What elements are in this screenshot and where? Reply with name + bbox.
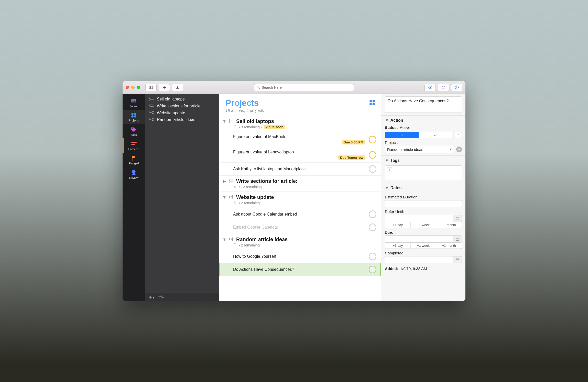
inbox-download-icon <box>175 85 180 90</box>
project-select[interactable]: Random article ideas ▾ <box>385 146 454 153</box>
task-row[interactable]: Do Actions Have Consequences? <box>219 263 381 276</box>
status-active-button[interactable] <box>385 132 419 138</box>
perspective-forecast[interactable]: Forecast <box>123 138 145 153</box>
group-title[interactable]: Write sections for article: <box>236 178 298 184</box>
new-action-button[interactable] <box>159 84 170 91</box>
status-segment[interactable] <box>385 132 452 138</box>
inspector-section-action[interactable]: ▼ Action <box>381 115 465 124</box>
search-input[interactable] <box>262 85 352 89</box>
close-window-button[interactable] <box>126 86 129 89</box>
perspective-rail: Inbox Projects Tags Forecast Flagged Rev… <box>123 94 145 301</box>
disclosure-triangle[interactable]: ▼ <box>222 119 226 124</box>
note-icon <box>233 243 237 247</box>
task-row[interactable]: Ask Kathy to list laptops on Marketplace <box>219 162 381 175</box>
defer-plus-week[interactable]: +1 week <box>411 222 436 228</box>
group-title[interactable]: Website update <box>236 194 274 200</box>
complete-checkbox[interactable] <box>369 165 376 173</box>
search-field[interactable] <box>254 84 354 91</box>
minimize-window-button[interactable] <box>131 86 135 89</box>
completed-field[interactable] <box>385 256 453 263</box>
complete-checkbox[interactable] <box>369 151 376 159</box>
disclosure-triangle[interactable]: ▼ <box>222 195 226 200</box>
svg-point-34 <box>369 103 372 106</box>
perspective-inbox[interactable]: Inbox <box>123 95 145 110</box>
due-plus-day[interactable]: +1 day <box>385 243 411 249</box>
sidebar-project-name: Write sections for article: <box>157 104 202 108</box>
project-label: Project: <box>385 140 462 145</box>
gear-button[interactable]: ▾ <box>158 295 164 300</box>
complete-checkbox[interactable] <box>369 210 376 218</box>
svg-rect-5 <box>444 86 445 87</box>
task-row[interactable]: Ask about Google Calendar embed <box>219 208 381 221</box>
sequential-icon <box>228 179 234 184</box>
sidebar-project[interactable]: Random article ideas <box>147 116 216 123</box>
main-header: Projects 19 actions, 4 projects <box>219 94 381 116</box>
svg-rect-49 <box>234 243 236 246</box>
inspector-section-dates[interactable]: ▼ Dates <box>381 183 465 192</box>
sidebar-project[interactable]: Sell old laptops <box>147 96 216 103</box>
complete-checkbox[interactable] <box>369 136 376 143</box>
sequential-icon <box>149 104 154 108</box>
calendar-icon <box>456 237 459 241</box>
group-title[interactable]: Sell old laptops <box>236 118 274 124</box>
perspective-projects[interactable]: Projects <box>123 110 145 124</box>
estimated-duration-field[interactable] <box>385 200 462 207</box>
zoom-window-button[interactable] <box>137 86 140 89</box>
perspective-flagged[interactable]: Flagged <box>123 153 145 167</box>
defer-calendar-button[interactable] <box>453 215 462 222</box>
task-row[interactable]: How to Google Yourself <box>219 250 381 263</box>
status-completed-button[interactable] <box>419 132 452 138</box>
due-plus-week[interactable]: +1 week <box>411 243 436 249</box>
goto-project-button[interactable] <box>456 147 462 152</box>
perspective-review[interactable]: Review <box>123 167 145 181</box>
sidebar-project[interactable]: Website update <box>147 109 216 116</box>
group-meta: • 12 remaining <box>219 185 381 192</box>
inspector-section-tags[interactable]: ▼ Tags <box>381 155 465 164</box>
disclosure-triangle[interactable]: ▶ <box>222 179 226 184</box>
complete-checkbox[interactable] <box>369 223 376 231</box>
info-icon <box>454 85 459 90</box>
sidebar-project[interactable]: Write sections for article: <box>147 103 216 110</box>
due-calendar-button[interactable] <box>453 235 462 243</box>
inspector-title-field[interactable]: Do Actions Have Consequences? <box>385 96 462 113</box>
project-group: ▶Write sections for article:• 12 remaini… <box>219 176 381 192</box>
task-row[interactable]: Embed Google Calendar <box>219 221 381 234</box>
inspector-info-button[interactable] <box>451 84 462 91</box>
complete-checkbox[interactable] <box>369 266 376 273</box>
complete-checkbox[interactable] <box>369 253 376 260</box>
defer-plus-month[interactable]: +1 month <box>436 222 462 228</box>
svg-point-2 <box>257 86 259 88</box>
svg-rect-0 <box>149 86 153 89</box>
perspective-tags[interactable]: Tags <box>123 124 145 138</box>
due-label: Due: <box>385 230 462 234</box>
due-plus-month[interactable]: +1 month <box>436 243 462 249</box>
svg-point-35 <box>373 103 375 106</box>
completed-calendar-button[interactable] <box>453 256 462 263</box>
view-options-button[interactable] <box>424 84 436 91</box>
tags-field[interactable]: + <box>385 165 462 180</box>
disclosure-triangle[interactable]: ▼ <box>222 237 226 242</box>
due-field[interactable] <box>385 235 453 243</box>
svg-point-27 <box>152 113 153 114</box>
arrow-right-icon <box>458 148 461 151</box>
toggle-sidebar-button[interactable] <box>145 84 157 91</box>
status-label: Status: <box>385 125 398 130</box>
sidebar-project-name: Sell old laptops <box>157 97 185 102</box>
group-title[interactable]: Random article ideas <box>236 237 288 242</box>
task-title: Figure out value of Lenovo laptop <box>233 150 365 154</box>
svg-point-43 <box>232 195 233 196</box>
chevron-down-icon: ▼ <box>385 118 389 123</box>
task-row[interactable]: Figure out value of Lenovo laptopDue Tom… <box>219 147 381 162</box>
status-value: Active <box>400 125 410 130</box>
flag-toggle-button[interactable] <box>454 132 462 138</box>
svg-rect-9 <box>456 87 457 88</box>
quick-entry-button[interactable] <box>172 84 183 91</box>
task-row[interactable]: Figure out value of MacBookDue 5:00 PM <box>219 132 381 147</box>
defer-field[interactable] <box>385 215 453 222</box>
defer-plus-day[interactable]: +1 day <box>385 222 411 228</box>
gear-icon <box>158 295 162 299</box>
add-tag-button[interactable]: + <box>387 167 392 172</box>
toggle-inspector-button[interactable] <box>438 84 449 91</box>
add-button[interactable]: ＋▾ <box>148 294 154 300</box>
svg-point-21 <box>149 97 150 98</box>
